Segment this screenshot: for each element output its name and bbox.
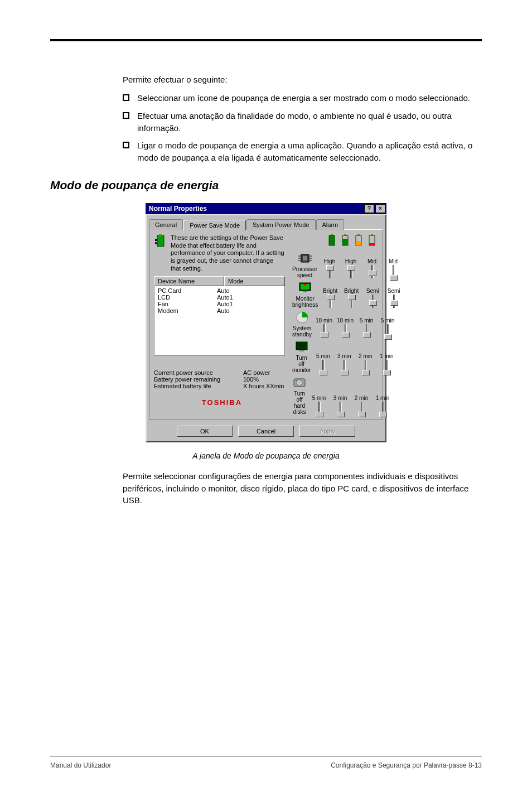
setting-slider[interactable] <box>347 265 355 278</box>
setting-value-cell: 5 min <box>313 353 333 373</box>
setting-slider[interactable] <box>361 360 369 373</box>
bullet-item: Seleccionar um ícone de poupança de ener… <box>123 92 482 104</box>
device-mode-cell: Auto <box>217 307 230 314</box>
setting-value-cell: 10 min <box>314 317 334 337</box>
setting-value-cell: Bright <box>341 288 361 308</box>
setting-value-cell: Semi <box>362 288 383 308</box>
setting-slider[interactable] <box>384 324 391 337</box>
device-mode-cell: Auto1 <box>217 301 233 307</box>
setting-slider[interactable] <box>379 402 386 415</box>
dialog-titlebar[interactable]: Normal Properties ? × <box>146 203 386 214</box>
setting-value-cell: 5 min <box>309 395 329 415</box>
setting-value-cell: High <box>341 258 361 278</box>
setting-value-label: 3 min <box>334 353 354 360</box>
setting-slider[interactable] <box>362 324 370 337</box>
setting-value-cell: 3 min <box>334 353 354 373</box>
setting-value-cell: 1 min <box>376 353 396 373</box>
svg-rect-5 <box>329 235 335 245</box>
setting-row: MonitorbrightnessBrightBrightSemiSemi <box>292 281 378 308</box>
setting-value-label: 1 min <box>376 353 396 360</box>
device-mode-cell: Auto <box>217 287 230 294</box>
ok-button[interactable]: OK <box>177 426 233 437</box>
setting-slider[interactable] <box>315 402 323 415</box>
device-row[interactable]: ModemAuto <box>158 307 281 314</box>
power-info-value: 100% <box>243 376 259 383</box>
setting-value-label: Bright <box>320 288 340 295</box>
power-save-icon <box>154 234 167 251</box>
setting-label-cell: Turnoff monitor <box>292 340 311 373</box>
setting-slider[interactable] <box>326 295 334 308</box>
battery-high-icon <box>341 234 349 247</box>
mon-off-icon <box>294 340 309 354</box>
setting-name: Processorspeed <box>292 266 317 278</box>
setting-value-cell: 10 min <box>335 317 355 337</box>
device-row[interactable]: FanAuto1 <box>158 301 281 307</box>
setting-label-cell: Processorspeed <box>292 251 317 278</box>
setting-value-label: Mid <box>362 258 382 265</box>
device-row[interactable]: PC CardAuto <box>158 287 281 294</box>
setting-slider[interactable] <box>319 360 327 373</box>
svg-rect-2 <box>155 239 157 241</box>
power-info: Current power sourceAC power Battery pow… <box>154 369 290 389</box>
device-row[interactable]: LCDAuto1 <box>158 294 281 301</box>
footer-left: Manual do Utilizador <box>50 761 111 769</box>
setting-slider[interactable] <box>369 295 376 308</box>
setting-value-label: High <box>341 258 361 265</box>
cancel-button[interactable]: Cancel <box>238 426 294 437</box>
setting-row: ProcessorspeedHighHighMidMid <box>292 251 378 278</box>
setting-value-label: 5 min <box>313 353 333 360</box>
battery-full-icon <box>328 234 336 247</box>
svg-rect-16 <box>303 256 307 261</box>
setting-label-cell: Turnoff hard disks <box>292 375 307 415</box>
battery-level-header <box>326 234 378 251</box>
hdd-icon <box>292 375 307 390</box>
setting-slider[interactable] <box>389 265 397 278</box>
description-text: These are the settings of the Power Save… <box>171 234 285 273</box>
setting-slider[interactable] <box>336 402 344 415</box>
power-info-value: AC power <box>243 369 270 376</box>
battery-low-icon <box>368 234 376 247</box>
setting-row: Systemstandby10 min10 min5 min5 min <box>292 310 378 337</box>
svg-rect-29 <box>297 343 306 349</box>
tab-general[interactable]: General <box>149 219 183 230</box>
standby-icon <box>295 310 309 325</box>
device-header-name[interactable]: Device Name <box>154 276 224 286</box>
svg-point-33 <box>299 382 300 383</box>
setting-values: 5 min3 min2 min1 min <box>313 353 396 373</box>
device-header-mode[interactable]: Mode <box>224 276 285 286</box>
tab-alarm[interactable]: Alarm <box>316 219 345 230</box>
close-button[interactable]: × <box>375 204 385 213</box>
setting-slider[interactable] <box>368 265 376 278</box>
device-name-cell: LCD <box>158 294 217 301</box>
bullet-item: Ligar o modo de poupança de energia a um… <box>123 139 482 164</box>
setting-value-label: 5 min <box>356 317 376 324</box>
page-footer: Manual do Utilizador Configuração e Segu… <box>50 756 482 769</box>
setting-slider[interactable] <box>390 295 398 308</box>
setting-row: Turnoff monitor5 min3 min2 min1 min <box>292 340 378 373</box>
help-button[interactable]: ? <box>364 204 374 213</box>
setting-slider[interactable] <box>340 360 348 373</box>
tab-power-save-mode[interactable]: Power Save Mode <box>183 220 246 230</box>
setting-value-cell: 1 min <box>373 395 393 415</box>
svg-rect-34 <box>296 380 297 381</box>
setting-slider[interactable] <box>357 402 365 415</box>
setting-value-label: Semi <box>384 288 404 295</box>
setting-slider[interactable] <box>320 324 328 337</box>
setting-slider[interactable] <box>326 265 333 278</box>
apply-button[interactable]: Apply <box>299 426 355 437</box>
setting-value-label: 1 min <box>373 395 393 402</box>
setting-slider[interactable] <box>383 360 390 373</box>
svg-rect-1 <box>159 234 162 236</box>
svg-rect-14 <box>369 243 375 245</box>
device-name-cell: PC Card <box>158 287 217 294</box>
setting-values: HighHighMidMid <box>320 258 403 278</box>
setting-slider[interactable] <box>347 295 355 308</box>
battery-mid-icon <box>355 234 362 247</box>
figure-caption: A janela de Modo de poupança de energia <box>50 451 482 460</box>
setting-slider[interactable] <box>341 324 349 337</box>
setting-values: 10 min10 min5 min5 min <box>314 317 398 337</box>
svg-rect-11 <box>356 241 361 245</box>
device-list[interactable]: PC CardAuto LCDAuto1 FanAuto1 ModemAuto <box>154 286 285 356</box>
tab-system-power-mode[interactable]: System Power Mode <box>246 219 315 230</box>
device-name-cell: Modem <box>158 307 217 314</box>
